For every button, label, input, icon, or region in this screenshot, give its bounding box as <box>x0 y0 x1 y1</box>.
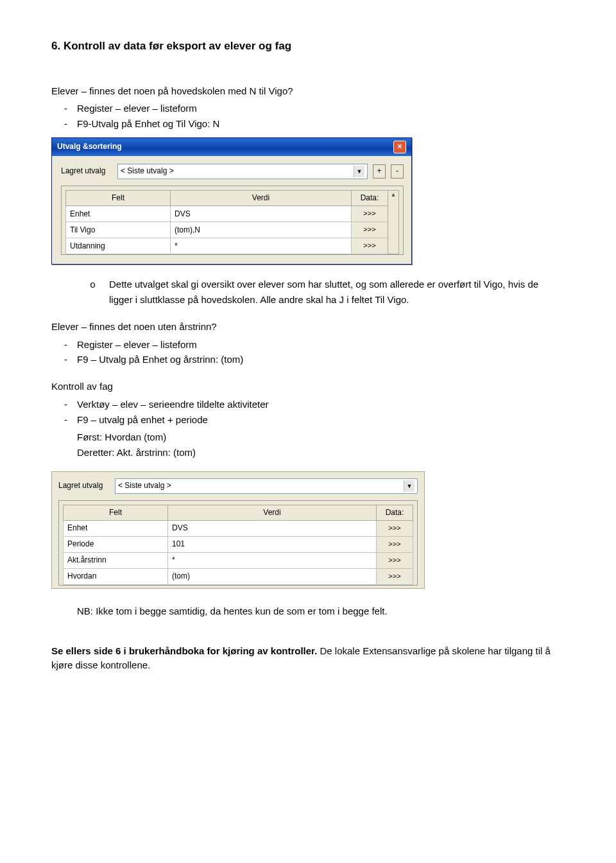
cell-verdi[interactable]: * <box>168 553 377 569</box>
chevron-down-icon[interactable]: ▼ <box>404 480 415 492</box>
utvalg-grid-1: Felt Verdi Data: ▲ Enhet DVS >>> Til Vig… <box>65 190 399 254</box>
cell-verdi[interactable]: (tom) <box>168 569 377 585</box>
list-item: F9 – Utvalg på Enhet og årstrinn: (tom) <box>51 353 565 367</box>
list-item: F9-Utvalg på Enhet og Til Vigo: N <box>51 117 565 131</box>
cell-felt[interactable]: Hvordan <box>64 569 168 585</box>
plus-button[interactable]: + <box>373 164 386 179</box>
bullet-list-1: Register – elever – listeform F9-Utvalg … <box>51 101 565 131</box>
action-button[interactable]: >>> <box>352 222 388 238</box>
combo-value: < Siste utvalg > <box>121 166 174 177</box>
cell-verdi[interactable]: DVS <box>168 521 377 537</box>
bullet-list-2: Register – elever – listeform F9 – Utval… <box>51 338 565 367</box>
dialog-title: Utvalg &sortering <box>57 141 122 152</box>
table-row: Til Vigo (tom),N >>> <box>66 222 399 238</box>
cell-verdi[interactable]: 101 <box>168 537 377 553</box>
cell-verdi[interactable]: (tom),N <box>171 222 352 238</box>
list-item: Dette utvalget skal gi oversikt over ele… <box>51 277 565 307</box>
table-row: Enhet DVS >>> <box>66 206 399 222</box>
col-felt: Felt <box>66 190 171 205</box>
footer-bold: Se ellers side 6 i brukerhåndboka for kj… <box>51 645 320 656</box>
cell-felt[interactable]: Periode <box>64 537 168 553</box>
action-button[interactable]: >>> <box>352 206 388 222</box>
sub-bullet-list: Dette utvalget skal gi oversikt over ele… <box>51 277 565 307</box>
table-row: Periode 101 >>> <box>64 537 413 553</box>
lagret-utvalg-combo[interactable]: < Siste utvalg > ▼ <box>117 164 368 179</box>
col-felt: Felt <box>64 505 168 520</box>
action-button[interactable]: >>> <box>377 521 413 537</box>
cell-verdi[interactable]: * <box>171 238 352 254</box>
action-button[interactable]: >>> <box>377 569 413 585</box>
utvalg-panel-2: Lagret utvalg < Siste utvalg > ▼ Felt Ve… <box>51 471 425 589</box>
list-item: Verktøy – elev – serieendre tildelte akt… <box>51 397 565 412</box>
action-button[interactable]: >>> <box>377 537 413 553</box>
combo-value: < Siste utvalg > <box>118 480 171 491</box>
table-row: Utdanning * >>> <box>66 238 399 254</box>
bullet-list-3: Verktøy – elev – serieendre tildelte akt… <box>51 397 565 427</box>
page-title: 6. Kontroll av data før eksport av eleve… <box>51 39 565 55</box>
action-button[interactable]: >>> <box>377 553 413 569</box>
action-button[interactable]: >>> <box>352 238 388 254</box>
utvalg-dialog-1: Utvalg &sortering × Lagret utvalg < Sist… <box>51 137 412 265</box>
col-verdi: Verdi <box>168 505 377 520</box>
cell-felt[interactable]: Akt.årstrinn <box>64 553 168 569</box>
list-item: Register – elever – listeform <box>51 101 565 116</box>
nb-note: NB: Ikke tom i begge samtidig, da hentes… <box>51 604 565 618</box>
scrollbar[interactable]: ▲ <box>388 190 399 254</box>
line-forst: Først: Hvordan (tom) <box>77 430 565 444</box>
col-verdi: Verdi <box>171 190 352 205</box>
cell-felt[interactable]: Enhet <box>64 521 168 537</box>
utvalg-grid-2: Felt Verdi Data: Enhet DVS >>> Periode 1… <box>63 505 413 585</box>
dialog-titlebar: Utvalg &sortering × <box>52 138 411 156</box>
lagret-utvalg-combo[interactable]: < Siste utvalg > ▼ <box>115 478 418 494</box>
cell-felt[interactable]: Utdanning <box>66 238 171 254</box>
cell-felt[interactable]: Til Vigo <box>66 222 171 238</box>
table-row: Akt.årstrinn * >>> <box>64 553 413 569</box>
lagret-utvalg-label: Lagret utvalg <box>58 480 110 491</box>
list-item: F9 – utvalg på enhet + periode <box>51 413 565 427</box>
section-intro-2: Elever – finnes det noen uten årstrinn? <box>51 320 565 334</box>
table-row: Enhet DVS >>> <box>64 521 413 537</box>
line-deretter: Deretter: Akt. årstrinn: (tom) <box>77 446 565 460</box>
cell-verdi[interactable]: DVS <box>171 206 352 222</box>
footer-note: Se ellers side 6 i brukerhåndboka for kj… <box>51 644 565 672</box>
close-icon[interactable]: × <box>393 141 406 153</box>
section-intro-3: Kontroll av fag <box>51 379 565 394</box>
section-intro-1: Elever – finnes det noen på hovedskolen … <box>51 84 565 98</box>
list-item: Register – elever – listeform <box>51 338 565 352</box>
lagret-utvalg-label: Lagret utvalg <box>61 166 112 177</box>
col-data: Data: <box>352 190 388 205</box>
scroll-up-icon[interactable]: ▲ <box>391 191 397 198</box>
minus-button[interactable]: - <box>391 164 404 179</box>
cell-felt[interactable]: Enhet <box>66 206 171 222</box>
col-data: Data: <box>377 505 413 520</box>
table-row: Hvordan (tom) >>> <box>64 569 413 585</box>
chevron-down-icon[interactable]: ▼ <box>354 166 364 177</box>
